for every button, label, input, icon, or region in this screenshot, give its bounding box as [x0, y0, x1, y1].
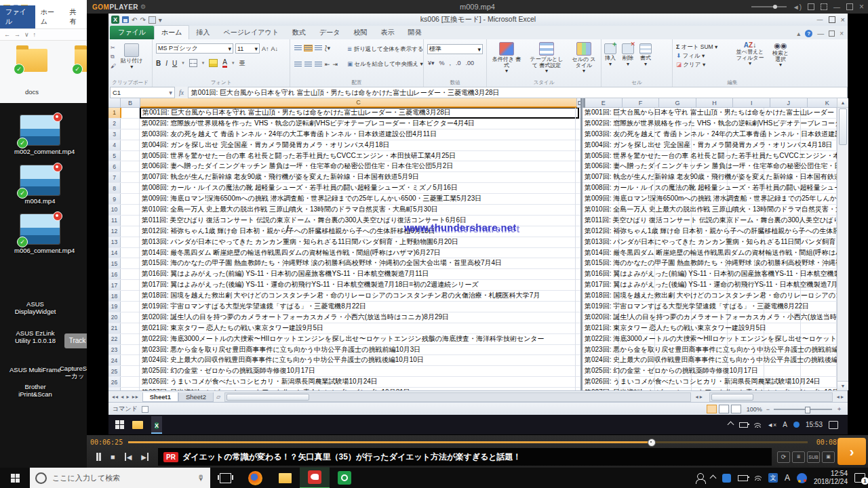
percent-format-icon[interactable]: % — [439, 60, 445, 66]
align-left-icon[interactable] — [294, 62, 302, 67]
bold-button[interactable]: B — [156, 60, 161, 67]
cell-c-row8[interactable]: 第008回: カール・ルイスの魔法の靴 超軽量シューズ・若手社員の闘い超軽量シュ… — [140, 183, 578, 193]
row-number[interactable]: 26 — [108, 377, 121, 387]
sheet-tab-sheet1[interactable]: Sheet1 — [142, 392, 178, 402]
stop-button[interactable]: ■ — [111, 453, 115, 461]
cell-b[interactable] — [121, 248, 140, 258]
row-number[interactable]: 1 — [108, 108, 121, 118]
decrease-font-icon[interactable]: A↓ — [271, 45, 279, 52]
name-box[interactable]: C1▾ — [110, 87, 175, 98]
speaker-icon[interactable]: ◄) — [793, 3, 802, 11]
scroll-up-icon[interactable]: ▲ — [837, 98, 848, 108]
page-break-view-icon[interactable] — [731, 405, 741, 413]
row-number[interactable]: 19 — [108, 302, 121, 312]
pen-tray-icon[interactable]: A — [785, 473, 790, 483]
desktop-file-m002[interactable]: ✓ — [20, 115, 60, 145]
wrap-text-button[interactable]: ≣ 折り返して全体を表示する — [347, 45, 424, 54]
volume-slider[interactable] — [751, 6, 787, 7]
cell-b[interactable] — [121, 269, 140, 279]
cell-c-row6[interactable]: 第006回: 妻へ贈ったダイニングキッチン 勝負は一坪・住宅革命の秘密公団住宅・… — [140, 161, 578, 171]
align-top-icon[interactable] — [294, 45, 302, 51]
cell-e-row22[interactable]: 第022回: 海底3000メートルの大捜索〜HIIロケットエンジンを探し出せ〜ロ… — [583, 334, 837, 345]
cell-c-row18[interactable]: 第018回: 国境を越えた救出劇 大やけどのコンスタンチン君・命のリレーロシアの… — [140, 291, 578, 301]
row-number[interactable]: 14 — [108, 248, 121, 258]
gom-titlebar[interactable]: GOMPLAYER ⚙ m009.mp4 ◄) — × — [87, 0, 868, 14]
row-number[interactable]: 17 — [108, 280, 121, 290]
desktop-file-m004[interactable]: ✓ — [20, 165, 60, 195]
align-center-icon[interactable] — [304, 62, 312, 67]
gom-player-taskbar-icon[interactable] — [300, 467, 330, 488]
cell-b[interactable] — [121, 291, 140, 301]
cell-c-row22[interactable]: 第022回: 海底3000メートルの大捜索〜HIIロケットエンジンを探し出せ〜ロ… — [140, 334, 578, 344]
help-icon[interactable]: ? — [805, 30, 812, 37]
format-painter-icon[interactable]: 🖌 — [111, 63, 116, 69]
font-color-icon[interactable]: A — [222, 58, 227, 68]
cell-c-row16[interactable]: 第016回: 翼はよみがえった(前編) YS-11・日本初の国産旅客機YS-11… — [140, 269, 578, 279]
task-view-button[interactable] — [210, 468, 240, 488]
cell-c-row2[interactable]: 第002回: 窓際族が世界規格を作った VHS・執念の逆転劇VHSビデオテープレ… — [140, 119, 578, 129]
currency-format-icon[interactable]: ¥▾ — [428, 60, 435, 66]
vertical-scrollbar[interactable]: ▲ ▼ — [837, 98, 848, 390]
hidden-icons-chevron[interactable] — [728, 422, 734, 428]
orientation-icon[interactable]: ⟅▾ — [325, 45, 330, 52]
row-number[interactable]: 25 — [108, 366, 121, 376]
underline-button[interactable]: U — [172, 60, 177, 67]
tab-developer[interactable]: 開発 — [401, 26, 429, 39]
cell-c-row15[interactable]: 第015回: 海のかなたの甲子園 熱血教師たち・沖縄野球 涙の初勝利高校野球・沖… — [140, 258, 578, 268]
row-number[interactable]: 13 — [108, 237, 121, 247]
row-number[interactable]: 22 — [108, 334, 121, 344]
increase-decimal-icon[interactable]: .0 — [456, 60, 461, 66]
select-all-corner[interactable] — [108, 98, 121, 108]
cell-b[interactable] — [121, 280, 140, 290]
cell-c-row17[interactable]: 第017回: 翼はよみがえった(後編) YS-11・運命の初飛行YS-11・日本… — [140, 280, 578, 290]
cell-c-row21[interactable]: 第021回: 東京タワー 恋人たちの戦い東京タワー建設9月5日 — [140, 323, 578, 333]
row-number[interactable]: 12 — [108, 226, 121, 237]
seek-bar[interactable] — [128, 441, 808, 443]
fx-icon[interactable]: fx — [179, 89, 184, 96]
clear-button[interactable]: ◪ クリア ▾ — [676, 60, 717, 69]
excel-minimize-button[interactable]: — — [817, 16, 823, 23]
cell-b[interactable] — [121, 258, 140, 268]
zoom-in-icon[interactable]: ＋ — [836, 405, 842, 413]
cell-e-row13[interactable]: 第013回: パンダが日本にやってきた カンカン重病・知られざる11日間パンダ飼… — [583, 237, 837, 248]
row-number[interactable]: 10 — [108, 205, 121, 215]
rotate-180-icon[interactable]: ⟳ — [777, 451, 790, 463]
cell-e-row26[interactable]: 第026回: うまいコメが食べたいコシヒカリ・新潟県長岡農業試験場10月24日 — [583, 377, 837, 388]
excel-titlebar[interactable]: X ↶ ↷ ▾ ks006 [互換モード] - Microsoft Excel … — [108, 14, 848, 26]
previous-button[interactable]: ◀ — [125, 453, 132, 461]
row-number[interactable]: 20 — [108, 312, 121, 323]
firefox-icon[interactable] — [240, 468, 270, 488]
cell-e-row15[interactable]: 第015回: 海のかなたの甲子園 熱血教師たち・沖縄野球 涙の初勝利高校野球・沖… — [583, 258, 837, 269]
cell-c-row5[interactable]: 第005回: 世界を驚かせた一台の車 名社長と闘った若手社員たちCVCCエンジン… — [140, 151, 578, 161]
shortcut-asus-multiframe[interactable]: ASUS MultiFrame — [9, 366, 61, 373]
delete-cells-button[interactable]: ✕ 削除▾ — [622, 43, 634, 67]
cell-e-row1[interactable]: 第001回: 巨大台風から日本を守れ 富士山頂・男たちは命をかけた富士山レーダー… — [583, 108, 837, 119]
fill-button[interactable]: ⬇ フィル ▾ — [676, 52, 717, 60]
shortcut-asus-ezlink[interactable]: ASUS EzLink Utility 1.0.0.18 — [9, 329, 61, 344]
font-size-select[interactable]: 11▾ — [235, 43, 260, 54]
explorer-tab-share[interactable]: 共有 — [64, 5, 87, 28]
insert-cells-button[interactable]: ＋ 挿入▾ — [604, 43, 616, 67]
shortcut-brother-iprintscan[interactable]: Brother iPrint&Scan — [9, 383, 61, 398]
taskbar-clock[interactable]: 12:54 2018/12/24 — [814, 470, 848, 486]
tab-review[interactable]: 校閲 — [347, 26, 374, 39]
format-as-table-button[interactable]: テーブルとして 書式設定▾ — [528, 42, 566, 75]
side-panel-button[interactable]: › — [837, 438, 866, 465]
normal-view-icon[interactable] — [707, 405, 717, 413]
cell-b[interactable] — [121, 226, 140, 237]
scroll-down-icon[interactable]: ▼ — [837, 381, 848, 390]
decrease-decimal-icon[interactable]: .00 — [466, 60, 475, 66]
cell-e-row7[interactable]: 第007回: 執念が生んだ新幹線 老友90歳・飛行機が姿を変えた新幹線・日本国有… — [583, 172, 837, 183]
show-hidden-icons-chevron[interactable] — [709, 474, 716, 481]
cell-b[interactable] — [121, 194, 140, 204]
notification-center-icon[interactable]: 1 — [854, 473, 865, 483]
cell-c-row3[interactable]: 第003回: 友の死を越えて 青函トンネル・24年の大工事青函トンネル・日本鉄道… — [140, 129, 578, 140]
align-right-icon[interactable] — [315, 62, 322, 67]
cell-e-row21[interactable]: 第021回: 東京タワー 恋人たちの戦い東京タワー建設9月5日 — [583, 323, 837, 334]
cell-e-row11[interactable]: 第011回: 美空ひばり 復活コンサート 伝説の東京ドーム・舞台裏の300人美空… — [583, 216, 837, 226]
profile-circle-icon[interactable] — [797, 473, 807, 483]
cell-e-row3[interactable]: 第003回: 友の死を越えて 青函トンネル・24年の大工事青函トンネル・日本鉄道… — [583, 129, 837, 140]
folder-docs[interactable]: ✓ — [16, 49, 47, 72]
tab-file[interactable]: ファイル — [110, 26, 154, 39]
row-number[interactable]: 21 — [108, 323, 121, 333]
